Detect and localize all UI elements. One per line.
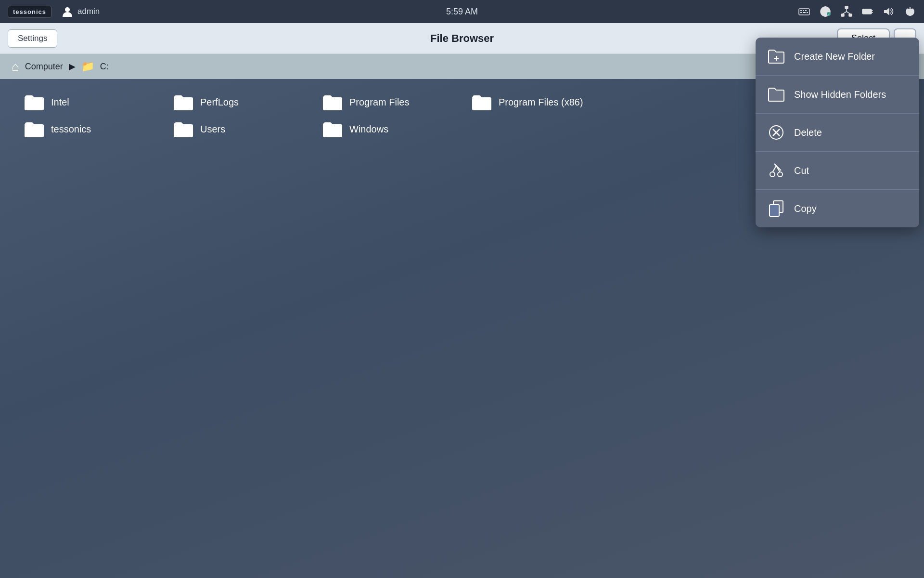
keyboard-icon[interactable] (798, 5, 810, 18)
folder-item[interactable]: tessonics (24, 120, 144, 138)
svg-line-20 (847, 12, 850, 14)
folder-icon (322, 93, 343, 111)
taskbar: tessonics admin 5:59 AM ✓ (0, 0, 924, 23)
menu-item-delete[interactable]: Delete (756, 114, 919, 152)
svg-rect-27 (174, 99, 193, 110)
menu-item-create-new-folder[interactable]: Create New Folder (756, 38, 919, 76)
taskbar-right: ✓ (798, 5, 916, 18)
create-new-folder-icon (767, 47, 785, 66)
svg-rect-15 (845, 6, 848, 9)
folder-label: PerfLogs (200, 97, 239, 108)
svg-marker-25 (884, 8, 889, 15)
svg-rect-26 (25, 99, 44, 110)
svg-point-39 (778, 172, 783, 177)
settings-button[interactable]: Settings (8, 29, 57, 48)
folder-label: Program Files (x86) (499, 97, 583, 108)
svg-rect-30 (25, 126, 44, 137)
folder-item[interactable]: Intel (24, 93, 144, 111)
show-hidden-folders-icon (767, 85, 785, 104)
folder-item[interactable]: Users (173, 120, 294, 138)
svg-rect-5 (800, 12, 802, 13)
volume-icon[interactable] (883, 5, 895, 18)
svg-rect-2 (800, 10, 802, 11)
logo: tessonics (8, 6, 51, 18)
folder-icon (24, 93, 44, 111)
svg-rect-16 (841, 14, 844, 16)
svg-rect-24 (863, 10, 870, 13)
delete-icon (767, 123, 785, 142)
page-title: File Browser (430, 32, 494, 45)
battery-icon[interactable] (861, 5, 874, 18)
svg-point-0 (65, 7, 70, 12)
menu-item-copy-label: Copy (794, 203, 817, 214)
folder-label: Intel (51, 97, 69, 108)
menu-item-delete-label: Delete (794, 127, 822, 138)
menu-item-copy[interactable]: Copy (756, 190, 919, 227)
svg-rect-32 (323, 126, 342, 137)
menu-item-create-new-folder-label: Create New Folder (794, 51, 875, 62)
svg-rect-7 (807, 12, 808, 13)
menu-item-show-hidden-folders[interactable]: Show Hidden Folders (756, 76, 919, 114)
svg-rect-6 (803, 12, 806, 13)
home-icon: ⌂ (12, 59, 19, 74)
svg-rect-28 (323, 99, 342, 110)
svg-text:✓: ✓ (828, 13, 830, 16)
menu-item-cut-label: Cut (794, 165, 809, 176)
folder-icon (472, 93, 492, 111)
breadcrumb-folder-icon: 📁 (81, 60, 94, 73)
svg-line-19 (843, 12, 847, 14)
svg-rect-3 (803, 10, 804, 11)
svg-rect-4 (805, 10, 807, 11)
power-icon[interactable] (904, 5, 916, 18)
svg-rect-17 (849, 14, 852, 16)
breadcrumb-computer[interactable]: Computer (25, 62, 63, 72)
breadcrumb-separator: ▶ (69, 61, 76, 72)
folder-item[interactable]: Program Files (322, 93, 443, 111)
folder-icon (173, 120, 193, 138)
svg-rect-44 (770, 205, 779, 216)
menu-item-show-hidden-folders-label: Show Hidden Folders (794, 89, 886, 100)
globe-icon[interactable]: ✓ (819, 5, 832, 18)
folder-item[interactable]: PerfLogs (173, 93, 294, 111)
folder-icon (322, 120, 343, 138)
cut-icon (767, 161, 785, 180)
folder-label: Windows (349, 124, 388, 135)
folder-item[interactable]: Windows (322, 120, 443, 138)
menu-item-cut[interactable]: Cut (756, 152, 919, 190)
copy-icon (767, 199, 785, 218)
folder-label: Program Files (349, 97, 409, 108)
network-icon[interactable] (840, 5, 853, 18)
svg-rect-1 (799, 9, 809, 15)
folder-item[interactable]: Program Files (x86) (472, 93, 592, 111)
svg-line-40 (772, 166, 776, 172)
user-area: admin (61, 5, 100, 18)
folder-icon (173, 93, 193, 111)
breadcrumb-current[interactable]: C: (100, 62, 109, 72)
svg-rect-31 (174, 126, 193, 137)
dropdown-menu: Create New Folder Show Hidden Folders De… (756, 38, 919, 227)
folder-label: tessonics (51, 124, 91, 135)
svg-point-38 (770, 172, 775, 177)
svg-rect-29 (472, 99, 491, 110)
user-icon (61, 5, 74, 18)
folder-label: Users (200, 124, 225, 135)
username: admin (77, 7, 100, 16)
folder-icon (24, 120, 44, 138)
clock: 5:59 AM (446, 7, 478, 17)
